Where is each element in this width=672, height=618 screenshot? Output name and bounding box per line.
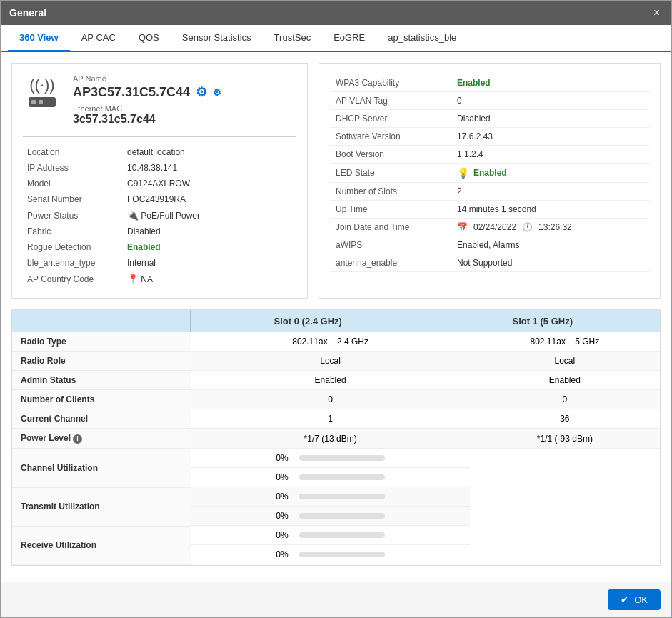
tab-bar: 360 View AP CAC QOS Sensor Statistics Tr…: [1, 25, 671, 52]
field-value: 1.1.2.4: [451, 146, 649, 164]
table-row: Admin StatusEnabledEnabled: [12, 371, 660, 390]
slot1-cell: 0%: [191, 545, 470, 564]
table-row: Software Version 17.6.2.43: [330, 128, 649, 146]
slot-header: Slot 0 (2.4 GHz) Slot 1 (5 GHz): [12, 310, 660, 332]
row-label: Radio Type: [12, 332, 191, 352]
tab-eogre[interactable]: EoGRE: [322, 25, 376, 52]
row-label: Number of Clients: [12, 390, 191, 409]
slot1-header: Slot 1 (5 GHz): [426, 310, 661, 332]
field-value: Disabled: [123, 224, 296, 239]
slot1-cell: 0%: [191, 468, 470, 487]
table-row: AP Country Code 📍 NA: [23, 271, 296, 287]
right-info-table: WPA3 Capability Enabled AP VLAN Tag 0 DH…: [330, 74, 649, 272]
table-row: Power Status 🔌 PoE/Full Power: [23, 207, 296, 224]
power-icon: 🔌: [127, 210, 139, 221]
field-value: 10.48.38.141: [123, 160, 296, 176]
table-row: Fabric Disabled: [23, 224, 296, 239]
row-label: Power Leveli: [12, 429, 191, 449]
slot0-cell: *1/7 (13 dBm): [191, 429, 470, 449]
progress-bar: [299, 455, 385, 461]
ap-name-label: AP Name: [73, 74, 221, 83]
slot0-cell: 1: [191, 409, 470, 429]
main-content: ((·)) AP Name AP3C57.31C5.7C44 ⚙ ⚙: [1, 52, 671, 582]
utilization-value: 0%: [276, 511, 288, 521]
close-button[interactable]: ×: [651, 6, 663, 19]
calendar-icon: 📅: [457, 222, 468, 232]
slot0-cell: 0%: [191, 449, 470, 468]
tab-apble[interactable]: ap_statistics_ble: [376, 25, 468, 52]
table-row: Channel Utilization0% 0%: [12, 449, 660, 488]
field-value: Enabled, Alarms: [451, 236, 649, 254]
gear-icon[interactable]: ⚙: [196, 84, 207, 100]
ok-button[interactable]: ✔ OK: [608, 589, 661, 610]
tab-trustsec[interactable]: TrustSec: [263, 25, 323, 52]
field-value: Enabled: [123, 239, 296, 255]
table-row: Transmit Utilization0% 0%: [12, 487, 660, 526]
field-value: 14 minutes 1 second: [451, 201, 649, 219]
general-window: General × 360 View AP CAC QOS Sensor Sta…: [0, 0, 672, 618]
footer: ✔ OK: [1, 582, 671, 617]
join-time: 13:26:32: [538, 222, 572, 232]
field-label: AP Country Code: [23, 271, 123, 287]
ok-checkmark-icon: ✔: [621, 594, 628, 605]
progress-bar: [299, 494, 385, 499]
tab-360view[interactable]: 360 View: [8, 25, 70, 52]
field-value: 17.6.2.43: [451, 128, 649, 146]
ap-header: ((·)) AP Name AP3C57.31C5.7C44 ⚙ ⚙: [23, 74, 296, 126]
field-label: ble_antenna_type: [23, 255, 123, 271]
slots-data-table: Radio Type802.11ax – 2.4 GHz802.11ax – 5…: [12, 332, 660, 565]
tab-apcac[interactable]: AP CAC: [70, 25, 127, 52]
progress-bar: [299, 513, 385, 519]
field-value: 🔌 PoE/Full Power: [123, 207, 296, 224]
row-label: Channel Utilization: [12, 449, 191, 488]
tab-qos[interactable]: QOS: [127, 25, 171, 52]
top-section: ((·)) AP Name AP3C57.31C5.7C44 ⚙ ⚙: [11, 63, 661, 299]
field-value: 📅 02/24/2022 🕐 13:26:32: [451, 219, 649, 236]
slot0-cell: Local: [191, 352, 470, 371]
clock-icon: 🕐: [522, 222, 533, 232]
field-value: C9124AXI-ROW: [123, 176, 296, 191]
right-panel: WPA3 Capability Enabled AP VLAN Tag 0 DH…: [319, 63, 661, 299]
left-panel: ((·)) AP Name AP3C57.31C5.7C44 ⚙ ⚙: [11, 63, 308, 299]
tab-sensorstats[interactable]: Sensor Statistics: [171, 25, 263, 52]
field-value: 📍 NA: [123, 271, 296, 287]
field-value: FOC243919RA: [123, 191, 296, 207]
table-row: DHCP Server Disabled: [330, 110, 649, 128]
table-row: Number of Clients00: [12, 390, 660, 409]
field-label: DHCP Server: [330, 110, 451, 128]
utilization-value: 0%: [276, 549, 288, 559]
divider: [23, 136, 296, 137]
ap-name-value: AP3C57.31C5.7C44: [73, 85, 190, 100]
slot1-cell: 0%: [191, 507, 470, 526]
slot0-cell: 0: [191, 390, 470, 409]
field-label: Software Version: [330, 128, 451, 146]
slot1-cell: 36: [470, 409, 660, 429]
ap-info: AP Name AP3C57.31C5.7C44 ⚙ ⚙ Ethernet MA…: [73, 74, 221, 126]
gear-small-icon[interactable]: ⚙: [213, 87, 221, 98]
field-label: WPA3 Capability: [330, 74, 451, 92]
field-value: Disabled: [451, 110, 649, 128]
field-value: 2: [451, 183, 649, 201]
field-label: Location: [23, 144, 123, 160]
utilization-value: 0%: [276, 472, 288, 482]
info-icon[interactable]: i: [73, 434, 82, 444]
slot0-cell: 0%: [191, 487, 470, 507]
svg-text:((·)): ((·)): [29, 76, 54, 94]
ap-icon: ((·)): [23, 74, 62, 116]
slot0-cell: 802.11ax – 2.4 GHz: [191, 332, 470, 352]
table-row: IP Address 10.48.38.141: [23, 160, 296, 176]
table-row: Serial Number FOC243919RA: [23, 191, 296, 207]
join-date: 02/24/2022: [473, 222, 516, 232]
table-row: Boot Version 1.1.2.4: [330, 146, 649, 164]
table-row: Join Date and Time 📅 02/24/2022 🕐 13:26:…: [330, 219, 649, 236]
bulb-icon: 💡: [457, 167, 469, 179]
table-row: Power Leveli*1/7 (13 dBm)*1/1 (-93 dBm): [12, 429, 660, 449]
field-label: Boot Version: [330, 146, 451, 164]
field-value: 0: [451, 92, 649, 110]
slot0-cell: 0%: [191, 526, 470, 545]
utilization-value: 0%: [276, 453, 288, 463]
progress-bar: [299, 532, 385, 538]
field-label: Fabric: [23, 224, 123, 239]
field-label: antenna_enable: [330, 254, 451, 272]
table-row: ble_antenna_type Internal: [23, 255, 296, 271]
